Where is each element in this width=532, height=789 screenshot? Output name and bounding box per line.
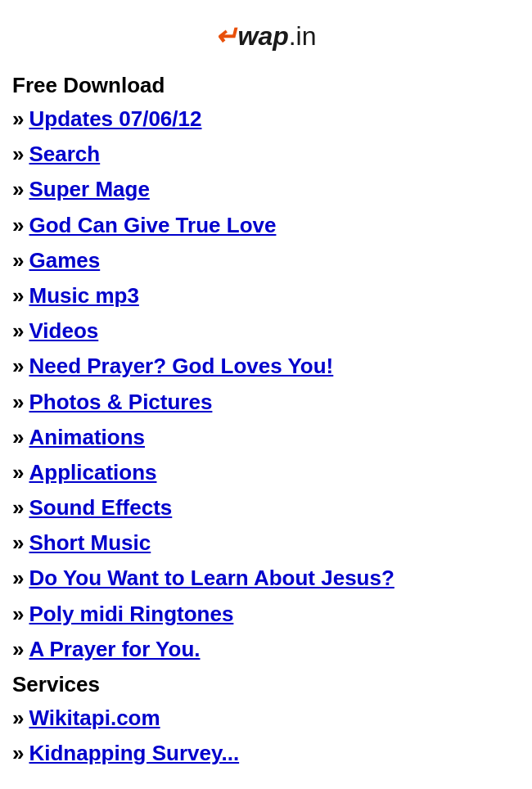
menu-item-0-6: »Videos	[12, 313, 520, 349]
menu-link-1-0[interactable]: Wikitapi.com	[29, 706, 160, 731]
menu-link-0-13[interactable]: Do You Want to Learn About Jesus?	[29, 566, 394, 591]
menu-link-0-3[interactable]: God Can Give True Love	[29, 213, 276, 238]
header: ↵wap.in	[12, 8, 520, 68]
main-content: Free Download»Updates 07/06/12»Search»Su…	[12, 68, 520, 771]
logo-arrow: ↵	[215, 21, 237, 51]
menu-item-0-10: »Applications	[12, 455, 520, 490]
bullet-icon: »	[12, 566, 24, 591]
menu-item-0-9: »Animations	[12, 420, 520, 455]
menu-item-1-0: »Wikitapi.com	[12, 701, 520, 736]
bullet-icon: »	[12, 213, 24, 238]
bullet-icon: »	[12, 142, 24, 167]
logo-dot-in: .in	[289, 21, 317, 51]
bullet-icon: »	[12, 495, 24, 521]
menu-link-0-11[interactable]: Sound Effects	[29, 495, 172, 521]
menu-item-0-14: »Poly midi Ringtones	[12, 597, 520, 632]
bullet-icon: »	[12, 318, 24, 344]
menu-link-0-9[interactable]: Animations	[29, 425, 145, 450]
menu-link-0-10[interactable]: Applications	[29, 460, 156, 485]
menu-link-0-5[interactable]: Music mp3	[29, 283, 138, 309]
menu-link-1-1[interactable]: Kidnapping Survey...	[29, 741, 239, 766]
bullet-icon: »	[12, 530, 24, 556]
menu-item-1-1: »Kidnapping Survey...	[12, 736, 520, 771]
bullet-icon: »	[12, 460, 24, 485]
menu-link-0-1[interactable]: Search	[29, 142, 100, 167]
bullet-icon: »	[12, 354, 24, 379]
menu-link-0-7[interactable]: Need Prayer? God Loves You!	[29, 354, 333, 379]
menu-link-0-0[interactable]: Updates 07/06/12	[29, 106, 201, 132]
bullet-icon: »	[12, 106, 24, 132]
menu-item-0-5: »Music mp3	[12, 278, 520, 313]
bullet-icon: »	[12, 706, 24, 731]
bullet-icon: »	[12, 602, 24, 627]
menu-item-0-13: »Do You Want to Learn About Jesus?	[12, 561, 520, 596]
menu-link-0-8[interactable]: Photos & Pictures	[29, 390, 212, 415]
menu-link-0-12[interactable]: Short Music	[29, 530, 151, 556]
menu-item-0-12: »Short Music	[12, 525, 520, 561]
bullet-icon: »	[12, 390, 24, 415]
menu-link-0-14[interactable]: Poly midi Ringtones	[29, 602, 233, 627]
menu-link-0-4[interactable]: Games	[29, 248, 100, 273]
bullet-icon: »	[12, 248, 24, 273]
menu-link-0-6[interactable]: Videos	[29, 318, 98, 344]
bullet-icon: »	[12, 177, 24, 202]
bullet-icon: »	[12, 741, 24, 766]
section-title-1: Services	[12, 667, 520, 697]
menu-item-0-0: »Updates 07/06/12	[12, 101, 520, 137]
section-title-0: Free Download	[12, 68, 520, 98]
menu-item-0-2: »Super Mage	[12, 172, 520, 207]
menu-item-0-4: »Games	[12, 243, 520, 278]
menu-item-0-11: »Sound Effects	[12, 490, 520, 525]
menu-link-0-2[interactable]: Super Mage	[29, 177, 149, 202]
menu-item-0-8: »Photos & Pictures	[12, 385, 520, 420]
bullet-icon: »	[12, 283, 24, 309]
menu-item-0-15: »A Prayer for You.	[12, 632, 520, 667]
menu-item-0-3: »God Can Give True Love	[12, 208, 520, 243]
bullet-icon: »	[12, 425, 24, 450]
bullet-icon: »	[12, 637, 24, 662]
menu-link-0-15[interactable]: A Prayer for You.	[29, 637, 200, 662]
menu-item-0-1: »Search	[12, 137, 520, 172]
menu-item-0-7: »Need Prayer? God Loves You!	[12, 349, 520, 384]
logo-wap: wap	[237, 21, 288, 51]
